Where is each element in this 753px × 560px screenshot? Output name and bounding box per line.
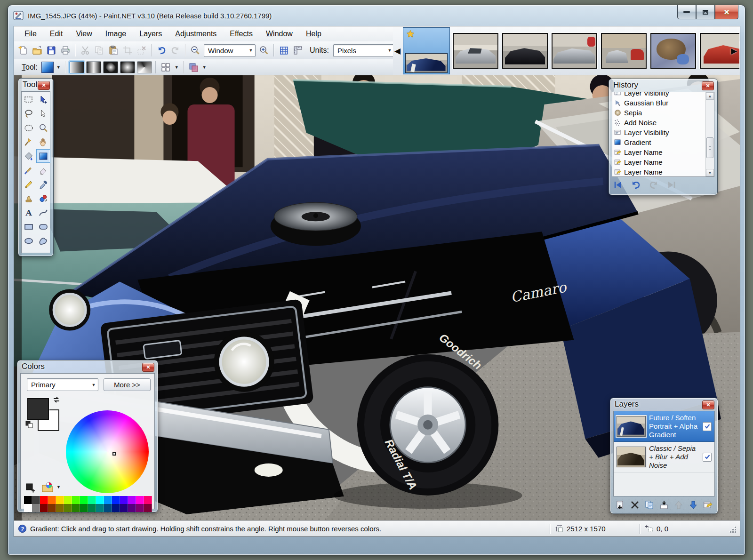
redo-button[interactable] (168, 44, 183, 57)
title-bar[interactable]: IMG_1545.JPG (44%) - Paint.NET v3.10 (Be… (8, 5, 745, 26)
palette-swatch[interactable] (80, 496, 88, 504)
color-mode-select[interactable]: Primary ▼ (27, 378, 98, 391)
palette-swatch[interactable] (24, 496, 32, 504)
tool-color-picker[interactable] (36, 177, 50, 191)
layer-visible-checkbox[interactable] (703, 422, 712, 431)
palette-swatch[interactable] (32, 504, 40, 512)
palette-swatch[interactable] (72, 496, 80, 504)
paste-button[interactable] (106, 44, 120, 57)
zoom-out-button[interactable] (188, 44, 202, 57)
tool-move-selected-pixels[interactable] (36, 93, 50, 106)
palette-swatch[interactable] (96, 496, 104, 504)
palette-manager-icon[interactable] (41, 481, 54, 494)
history-rewind-button[interactable] (613, 180, 623, 191)
thumbnail-silver-sportscar[interactable] (552, 33, 597, 69)
palette-swatch[interactable] (88, 504, 96, 512)
colors-panel-close-icon[interactable]: ✕ (142, 363, 154, 372)
palette-swatch[interactable] (120, 504, 128, 512)
tools-panel-close-icon[interactable]: ✕ (38, 81, 50, 90)
channel-mode-button[interactable] (159, 61, 173, 74)
tool-pencil[interactable] (22, 177, 36, 191)
copy-button[interactable] (92, 44, 106, 57)
layer-properties-button[interactable] (703, 500, 713, 512)
layer-row[interactable]: Classic / Sepia + Blur + Add Noise (614, 442, 714, 472)
history-item[interactable]: Layer Name (612, 147, 705, 157)
thumbnail-blue-camaro[interactable] (403, 27, 450, 74)
tool-eraser[interactable] (36, 163, 50, 177)
history-redo-button[interactable] (649, 180, 659, 191)
duplicate-layer-button[interactable] (644, 500, 655, 512)
palette-swatch[interactable] (64, 504, 72, 512)
history-item[interactable]: Layer Visibility (612, 92, 705, 98)
palette-swatch[interactable] (128, 496, 136, 504)
history-item[interactable]: Layer Name (612, 167, 705, 176)
active-tool-swatch[interactable] (41, 62, 54, 73)
history-item[interactable]: Gradient (612, 137, 705, 147)
palette-swatch[interactable] (56, 504, 64, 512)
palette-swatch[interactable] (72, 504, 80, 512)
delete-layer-button[interactable] (630, 500, 640, 512)
history-item[interactable]: Layer Name (612, 157, 705, 167)
palette-swatch[interactable] (88, 496, 96, 504)
scroll-up-icon[interactable]: ▲ (706, 92, 714, 100)
history-item[interactable]: Gaussian Blur (612, 98, 705, 108)
history-fast-forward-button[interactable] (666, 180, 677, 191)
palette-swatch[interactable] (104, 504, 112, 512)
color-wheel[interactable] (66, 410, 149, 493)
palette-swatch[interactable] (144, 496, 152, 504)
menu-adjustments[interactable]: Adjustments (168, 26, 223, 41)
palette-dropdown-icon[interactable]: ▼ (56, 485, 61, 489)
crop-to-selection-button[interactable] (120, 44, 135, 57)
palette-swatch[interactable] (128, 504, 136, 512)
palette-swatch[interactable] (24, 504, 32, 512)
scroll-down-icon[interactable]: ▼ (706, 169, 714, 176)
undo-button[interactable] (154, 44, 168, 57)
gradient-type-linear[interactable] (69, 61, 84, 73)
tool-text[interactable]: A (22, 206, 36, 219)
history-item[interactable]: Layer Visibility (612, 128, 705, 137)
tool-recolor[interactable] (36, 192, 50, 205)
tool-freeform-shape[interactable] (36, 234, 50, 248)
move-layer-up-button[interactable] (673, 500, 684, 512)
palette-swatch[interactable] (104, 496, 112, 504)
tool-paint-bucket[interactable] (22, 149, 36, 163)
menu-image[interactable]: Image (99, 26, 133, 41)
palette-swatch[interactable] (48, 496, 56, 504)
print-button[interactable] (58, 44, 72, 57)
thumbnail-cat[interactable] (650, 33, 696, 69)
gradient-type-linear-reflected[interactable] (86, 61, 101, 73)
tool-line-curve[interactable] (36, 206, 50, 219)
menu-help[interactable]: Help (299, 26, 328, 41)
palette-swatch[interactable] (80, 504, 88, 512)
menu-window[interactable]: Window (259, 26, 299, 41)
thumbnail-carshow-street[interactable] (601, 33, 647, 69)
menu-layers[interactable]: Layers (133, 26, 168, 41)
tool-paintbrush[interactable] (22, 163, 36, 177)
palette-swatch[interactable] (64, 496, 72, 504)
new-image-button[interactable] (16, 44, 30, 57)
scrollbar-thumb[interactable] (706, 137, 713, 158)
reset-colors-icon[interactable] (24, 420, 34, 429)
move-layer-down-button[interactable] (688, 500, 698, 512)
menu-view[interactable]: View (69, 26, 98, 41)
history-scrollbar[interactable]: ▲ ▼ (705, 92, 714, 176)
layer-row[interactable]: Future / Soften Portrait + Alpha Gradien… (614, 411, 714, 442)
cut-button[interactable] (78, 44, 92, 57)
toggle-grid-button[interactable] (277, 44, 291, 57)
tool-clone-stamp[interactable] (22, 192, 36, 205)
layers-panel-close-icon[interactable]: ✕ (702, 400, 714, 409)
palette-swatch[interactable] (56, 496, 64, 504)
units-select[interactable]: Pixels▼ (333, 44, 394, 57)
tool-dropdown-icon[interactable]: ▼ (55, 65, 63, 70)
gradient-type-radial[interactable] (120, 61, 135, 73)
color-wheel-marker[interactable] (112, 452, 116, 456)
history-item[interactable]: Add Noise (612, 118, 705, 128)
image-list-scroll-right[interactable]: ▶ (729, 46, 738, 56)
blend-mode-button[interactable] (186, 61, 200, 74)
resize-grip[interactable] (729, 525, 736, 533)
palette-swatch[interactable] (112, 496, 120, 504)
tool-gradient[interactable] (36, 149, 50, 163)
tool-move-selection[interactable] (36, 107, 50, 120)
menu-effects[interactable]: Effects (223, 26, 259, 41)
restore-button[interactable] (696, 5, 715, 19)
